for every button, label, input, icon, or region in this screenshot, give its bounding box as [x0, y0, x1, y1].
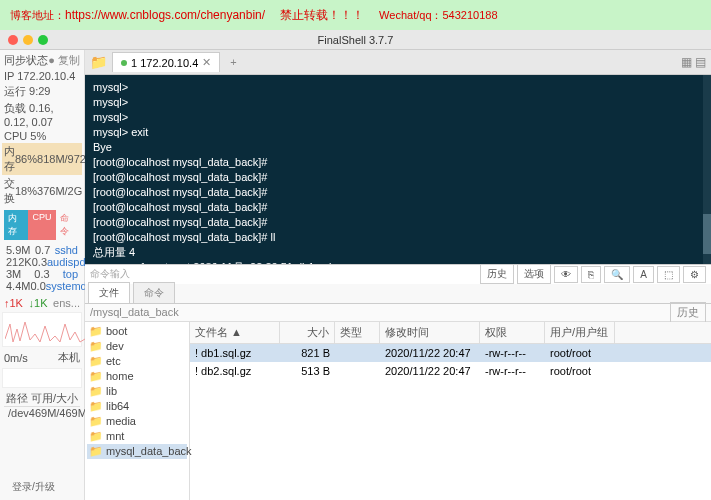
- terminal-line: mysql> exit: [93, 125, 703, 140]
- toolbar-icon[interactable]: 🔍: [604, 266, 630, 283]
- folder-icon: 📁: [89, 355, 103, 368]
- warn-text: 禁止转载！！！: [280, 7, 364, 24]
- tab-commands[interactable]: 命令: [133, 282, 175, 303]
- toolbar-icon[interactable]: A: [633, 266, 654, 283]
- terminal-line: mysql>: [93, 80, 703, 95]
- terminal-line: Bye: [93, 140, 703, 155]
- login-link[interactable]: 登录/升级: [10, 479, 57, 495]
- terminal-line: [root@localhost mysql_data_back]# ll: [93, 230, 703, 245]
- toolbar-icon[interactable]: 👁: [554, 266, 578, 283]
- tab-files[interactable]: 文件: [88, 282, 130, 303]
- toolbar-icon[interactable]: ⚙: [683, 266, 706, 283]
- fs-row: /dev469M/469M: [6, 407, 89, 419]
- process-row: 212K0.3audispd: [4, 256, 80, 268]
- tree-item[interactable]: 📁media: [87, 414, 187, 429]
- tab-command[interactable]: 命令: [56, 210, 80, 240]
- terminal-line: mysql>: [93, 110, 703, 125]
- terminal[interactable]: mysql>mysql>mysql>mysql> exitBye[root@lo…: [85, 75, 711, 264]
- network-chart: [2, 312, 82, 347]
- tree-item[interactable]: 📁mnt: [87, 429, 187, 444]
- path-input[interactable]: /mysql_data_back: [90, 306, 179, 318]
- file-row[interactable]: ! db2.sql.gz513 B2020/11/22 20:47-rw-r--…: [190, 362, 711, 380]
- tree-item[interactable]: 📁dev: [87, 339, 187, 354]
- sidebar-tabs[interactable]: 内存 CPU 命令: [2, 209, 82, 241]
- tree-item[interactable]: 📁lib: [87, 384, 187, 399]
- terminal-line: 总用量 4: [93, 245, 703, 260]
- toolbar-icon[interactable]: ⬚: [657, 266, 680, 283]
- folder-tree[interactable]: 📁boot📁dev📁etc📁home📁lib📁lib64📁media📁mnt📁m…: [85, 322, 190, 501]
- filesystem-table: 路径可用/大小 /dev469M/469M/dev/shm486M/486M/r…: [2, 390, 82, 420]
- session-tab[interactable]: 1 172.20.10.4✕: [112, 52, 220, 72]
- sidebar: 同步状态● 复制 IP 172.20.10.4 运行 9:29 负载 0.16,…: [0, 50, 85, 500]
- folder-icon: 📁: [89, 430, 103, 443]
- toolbar-icon[interactable]: ⎘: [581, 266, 601, 283]
- terminal-line: [root@localhost mysql_data_back]#: [93, 185, 703, 200]
- folder-icon: 📁: [89, 400, 103, 413]
- close-icon[interactable]: [8, 35, 18, 45]
- terminal-line: [root@localhost mysql_data_back]#: [93, 200, 703, 215]
- process-table: 5.9M0.7sshd212K0.3audispd3M0.3top4.4M0.0…: [2, 243, 82, 293]
- load-label: 负载 0.16, 0.12, 0.07: [2, 100, 82, 129]
- file-row[interactable]: ! db1.sql.gz821 B2020/11/22 20:47-rw-r--…: [190, 344, 711, 362]
- file-list[interactable]: 文件名 ▲大小类型修改时间权限用户/用户组 ! db1.sql.gz821 B2…: [190, 322, 711, 501]
- folder-icon: 📁: [89, 445, 103, 458]
- watermark-header: 博客地址：https://www.cnblogs.com/chenyanbin/…: [0, 0, 711, 30]
- tree-item[interactable]: 📁mysql_data_back: [87, 444, 187, 459]
- terminal-line: -rw-r--r--. 1 root root 2686 11月 22 20:5…: [93, 260, 703, 264]
- process-row: 3M0.3top: [4, 268, 80, 280]
- command-bar: 命令输入 历史 选项 👁 ⎘ 🔍 A ⬚ ⚙: [85, 264, 711, 284]
- process-row: 4.4M0.0systemd: [4, 280, 80, 292]
- maximize-icon[interactable]: [38, 35, 48, 45]
- folder-icon: 📁: [89, 340, 103, 353]
- command-input[interactable]: 命令输入: [90, 267, 130, 281]
- minimize-icon[interactable]: [23, 35, 33, 45]
- terminal-line: [root@localhost mysql_data_back]#: [93, 170, 703, 185]
- history-button[interactable]: 历史: [480, 264, 514, 284]
- folder-icon[interactable]: 📁: [90, 54, 107, 70]
- terminal-line: mysql>: [93, 95, 703, 110]
- cpu-label: CPU 5%: [2, 129, 82, 143]
- host-chart: [2, 368, 82, 388]
- terminal-line: [root@localhost mysql_data_back]#: [93, 155, 703, 170]
- window-titlebar: FinalShell 3.7.7: [0, 30, 711, 50]
- window-title: FinalShell 3.7.7: [318, 34, 394, 46]
- close-tab-icon[interactable]: ✕: [202, 56, 211, 69]
- terminal-scrollbar[interactable]: [703, 75, 711, 264]
- runtime-label: 运行 9:29: [2, 83, 82, 100]
- contact-link[interactable]: Wechat/qq：543210188: [379, 8, 497, 22]
- tree-item[interactable]: 📁etc: [87, 354, 187, 369]
- session-tabs: 📁 1 172.20.10.4✕ + ▦ ▤: [85, 50, 711, 75]
- ip-label: IP 172.20.10.4: [2, 69, 82, 83]
- blog-link[interactable]: https://www.cnblogs.com/chenyanbin/: [65, 8, 265, 22]
- sync-status: 同步状态: [4, 53, 48, 68]
- tree-item[interactable]: 📁lib64: [87, 399, 187, 414]
- folder-icon: 📁: [89, 415, 103, 428]
- options-button[interactable]: 选项: [517, 264, 551, 284]
- folder-icon: 📁: [89, 370, 103, 383]
- path-history-button[interactable]: 历史: [670, 302, 706, 323]
- process-row: 5.9M0.7sshd: [4, 244, 80, 256]
- tree-item[interactable]: 📁home: [87, 369, 187, 384]
- status-dot-icon: [121, 60, 127, 66]
- folder-icon: 📁: [89, 385, 103, 398]
- terminal-line: [root@localhost mysql_data_back]#: [93, 215, 703, 230]
- path-bar: /mysql_data_back 历史: [85, 304, 711, 322]
- tab-memory[interactable]: 内存: [4, 210, 28, 240]
- add-tab-icon[interactable]: +: [225, 56, 241, 68]
- tree-item[interactable]: 📁boot: [87, 324, 187, 339]
- file-panel-tabs: 文件 命令: [85, 284, 711, 304]
- window-controls[interactable]: [0, 35, 48, 45]
- folder-icon: 📁: [89, 325, 103, 338]
- tab-cpu[interactable]: CPU: [28, 210, 55, 240]
- layout-icon[interactable]: ▦ ▤: [681, 55, 706, 69]
- file-list-header[interactable]: 文件名 ▲大小类型修改时间权限用户/用户组: [190, 322, 711, 344]
